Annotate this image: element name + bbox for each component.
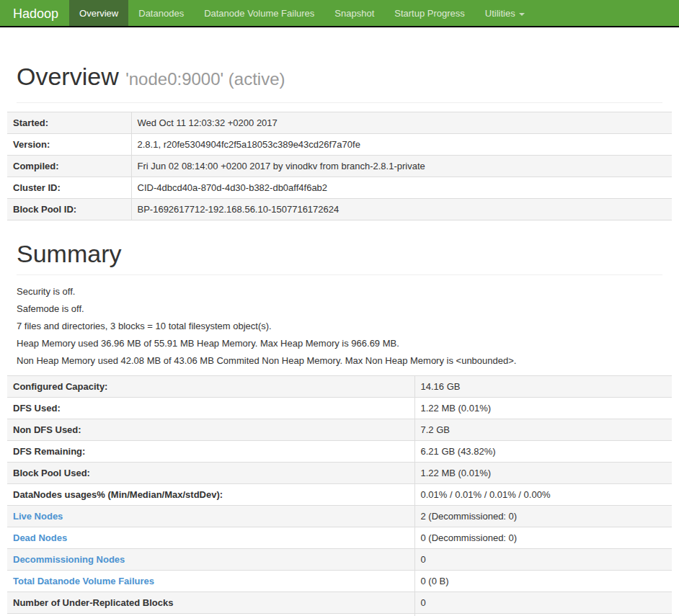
row-label: Live Nodes [7, 506, 414, 527]
nav-item-utilities-dropdown[interactable]: Utilities [475, 0, 535, 26]
table-row: DataNodes usages% (Min/Median/Max/stdDev… [7, 484, 672, 506]
table-row: Cluster ID: CID-4dbcd40a-870d-4d30-b382-… [7, 177, 672, 199]
filesystem-objects-text: 7 files and directories, 3 blocks = 10 t… [17, 320, 662, 332]
row-value: 0 [414, 592, 672, 614]
nav-item-datanodes[interactable]: Datanodes [128, 0, 194, 26]
row-value: 2 (Decommissioned: 0) [414, 506, 672, 527]
row-value: Wed Oct 11 12:03:32 +0200 2017 [131, 112, 672, 134]
row-label: Started: [7, 112, 131, 134]
table-row: Block Pool ID: BP-1692617712-192.168.56.… [7, 199, 672, 220]
row-label: Configured Capacity: [7, 376, 414, 398]
summary-title: Summary [17, 239, 662, 268]
page-title-subtitle: 'node0:9000' (active) [125, 69, 285, 89]
table-row: DFS Remaining: 6.21 GB (43.82%) [7, 441, 672, 463]
row-value: CID-4dbcd40a-870d-4d30-b382-db0aff4f6ab2 [131, 177, 672, 199]
row-value: 7.2 GB [414, 419, 672, 441]
dead-nodes-link[interactable]: Dead Nodes [13, 532, 67, 543]
row-label: Number of Under-Replicated Blocks [7, 592, 414, 614]
main-nav: Overview Datanodes Datanode Volume Failu… [69, 0, 535, 26]
row-value: 6.21 GB (43.82%) [414, 441, 672, 463]
table-row: Compiled: Fri Jun 02 08:14:00 +0200 2017… [7, 156, 672, 177]
table-row: Started: Wed Oct 11 12:03:32 +0200 2017 [7, 112, 672, 134]
row-value: 0 (0 B) [414, 571, 672, 592]
row-label: Decommissioning Nodes [7, 549, 414, 571]
overview-header: Overview 'node0:9000' (active) [17, 62, 662, 103]
nav-item-overview[interactable]: Overview [69, 0, 128, 26]
page-title-text: Overview [17, 63, 119, 90]
row-label: DFS Remaining: [7, 441, 414, 463]
row-label: Compiled: [7, 156, 131, 177]
table-row: Version: 2.8.1, r20fe5304904fc2f5a18053c… [7, 134, 672, 156]
row-value: BP-1692617712-192.168.56.10-150771617262… [131, 199, 672, 220]
table-row: Decommissioning Nodes 0 [7, 549, 672, 571]
row-label: Non DFS Used: [7, 419, 414, 441]
row-value: 0 [414, 549, 672, 571]
row-label: Cluster ID: [7, 177, 131, 199]
row-label: Total Datanode Volume Failures [7, 571, 414, 592]
table-row: Live Nodes 2 (Decommissioned: 0) [7, 506, 672, 527]
row-value: 14.16 GB [414, 376, 672, 398]
summary-paragraphs: Security is off. Safemode is off. 7 file… [17, 285, 662, 367]
row-value: Fri Jun 02 08:14:00 +0200 2017 by vinodk… [131, 156, 672, 177]
table-row: Number of Blocks Pending Deletion 0 [7, 614, 672, 616]
row-value: 2.8.1, r20fe5304904fc2f5a18053c389e43cd2… [131, 134, 672, 156]
nav-item-snapshot[interactable]: Snapshot [324, 0, 384, 26]
row-label: Block Pool ID: [7, 199, 131, 220]
table-row: DFS Used: 1.22 MB (0.01%) [7, 398, 672, 419]
page-title: Overview 'node0:9000' (active) [17, 62, 662, 94]
table-row: Non DFS Used: 7.2 GB [7, 419, 672, 441]
row-label: Version: [7, 134, 131, 156]
table-row: Configured Capacity: 14.16 GB [7, 376, 672, 398]
summary-header: Summary [17, 239, 662, 275]
security-status-text: Security is off. [17, 285, 662, 298]
row-value: 0 [414, 614, 672, 616]
table-row: Total Datanode Volume Failures 0 (0 B) [7, 571, 672, 592]
row-value: 1.22 MB (0.01%) [414, 463, 672, 484]
row-label: DFS Used: [7, 398, 414, 419]
summary-table: Configured Capacity: 14.16 GB DFS Used: … [7, 375, 672, 616]
table-row: Dead Nodes 0 (Decommissioned: 0) [7, 527, 672, 549]
live-nodes-link[interactable]: Live Nodes [13, 511, 63, 522]
row-label: DataNodes usages% (Min/Median/Max/stdDev… [7, 484, 414, 506]
safemode-status-text: Safemode is off. [17, 303, 662, 315]
nav-item-utilities-label: Utilities [485, 8, 515, 19]
page-content: Overview 'node0:9000' (active) Started: … [0, 62, 679, 616]
brand-hadoop: Hadoop [0, 0, 69, 26]
cluster-info-table: Started: Wed Oct 11 12:03:32 +0200 2017 … [7, 112, 672, 220]
nav-item-startup-progress[interactable]: Startup Progress [384, 0, 475, 26]
table-row: Block Pool Used: 1.22 MB (0.01%) [7, 463, 672, 484]
row-label: Block Pool Used: [7, 463, 414, 484]
row-value: 0 (Decommissioned: 0) [414, 527, 672, 549]
top-navbar: Hadoop Overview Datanodes Datanode Volum… [0, 0, 679, 27]
row-value: 0.01% / 0.01% / 0.01% / 0.00% [414, 484, 672, 506]
row-value: 1.22 MB (0.01%) [414, 398, 672, 419]
non-heap-memory-text: Non Heap Memory used 42.08 MB of 43.06 M… [17, 354, 662, 367]
row-label: Number of Blocks Pending Deletion [7, 614, 414, 616]
caret-down-icon [519, 13, 525, 16]
row-label: Dead Nodes [7, 527, 414, 549]
nav-item-datanode-volume-failures[interactable]: Datanode Volume Failures [194, 0, 324, 26]
total-datanode-volume-failures-link[interactable]: Total Datanode Volume Failures [13, 576, 154, 586]
decommissioning-nodes-link[interactable]: Decommissioning Nodes [13, 554, 125, 565]
table-row: Number of Under-Replicated Blocks 0 [7, 592, 672, 614]
heap-memory-text: Heap Memory used 36.96 MB of 55.91 MB He… [17, 337, 662, 349]
